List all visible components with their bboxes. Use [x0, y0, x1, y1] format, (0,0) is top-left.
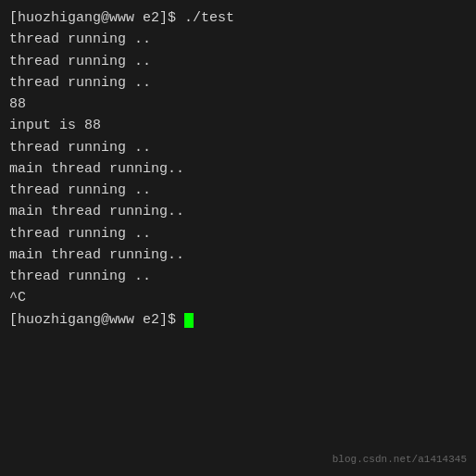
terminal-line: main thread running..: [9, 158, 467, 180]
prompt-text: [huozhigang@www e2]$: [9, 312, 184, 328]
terminal-line: [huozhigang@www e2]$: [9, 309, 467, 331]
terminal-line: [huozhigang@www e2]$ ./test: [9, 7, 467, 29]
terminal-line: thread running ..: [9, 180, 467, 201]
terminal-line: thread running ..: [9, 51, 467, 72]
terminal-line: ^C: [9, 287, 467, 308]
terminal-line: thread running ..: [9, 266, 467, 287]
terminal-line: thread running ..: [9, 29, 467, 50]
terminal-line: thread running ..: [9, 223, 467, 244]
watermark: blog.csdn.net/a1414345: [332, 454, 467, 465]
terminal-cursor: [184, 313, 194, 328]
terminal-line: main thread running..: [9, 201, 467, 222]
terminal-line: 88: [9, 94, 467, 115]
terminal-line: main thread running..: [9, 244, 467, 266]
terminal-line: thread running ..: [9, 137, 467, 158]
terminal-window[interactable]: [huozhigang@www e2]$ ./testthread runnin…: [0, 0, 476, 476]
terminal-line: input is 88: [9, 115, 467, 136]
terminal-line: thread running ..: [9, 72, 467, 94]
